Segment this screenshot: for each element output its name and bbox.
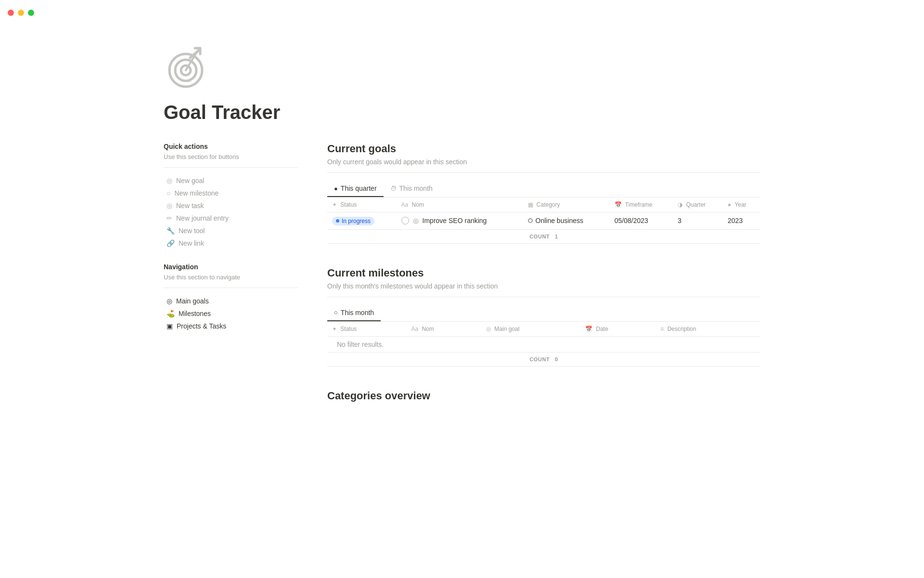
year-col-icon: ● — [728, 201, 731, 208]
main-goals-label: Main goals — [176, 297, 209, 305]
minimize-button[interactable] — [18, 10, 24, 16]
ms-desc-col-icon: ≡ — [660, 326, 664, 332]
cell-nom: ◎ Improve SEO ranking — [397, 212, 523, 230]
milestones-label: Milestones — [179, 310, 211, 317]
status-badge: In progress — [332, 217, 374, 225]
count-cell-milestones: COUNT 0 — [327, 352, 760, 366]
category-col-label: Category — [537, 201, 560, 208]
new-tool-label: New tool — [179, 227, 205, 235]
quick-action-new-task[interactable]: ◎ New task — [164, 199, 298, 212]
col-year: ● Year — [723, 197, 760, 212]
new-link-label: New link — [179, 239, 204, 247]
count-row-goals: COUNT 1 — [327, 229, 760, 243]
current-goals-title: Current goals — [327, 143, 760, 155]
new-tool-icon: 🔧 — [167, 227, 175, 235]
year-col-label: Year — [734, 201, 746, 208]
current-milestones-divider — [327, 297, 760, 297]
projects-tasks-icon: ▣ — [167, 322, 173, 330]
timeframe-col-label: Timeframe — [625, 201, 653, 208]
new-goal-label: New goal — [176, 177, 204, 184]
content-layout: Quick actions Use this section for butto… — [164, 143, 760, 425]
navigation-title: Navigation — [164, 263, 298, 271]
cell-year: 2023 — [723, 212, 760, 230]
quick-action-new-tool[interactable]: 🔧 New tool — [164, 224, 298, 237]
quarter-col-label: Quarter — [686, 201, 706, 208]
current-milestones-tabs: ○ This month — [327, 305, 760, 321]
nom-page-icon: ◎ — [413, 217, 419, 224]
count-label-goals: COUNT — [529, 234, 550, 239]
ms-col-status: ✦ Status — [327, 321, 407, 336]
navigation-section: Navigation Use this section to navigate … — [164, 263, 298, 332]
current-goals-desc: Only current goals would appear in this … — [327, 158, 760, 166]
timeframe-col-icon: 📅 — [615, 201, 622, 208]
col-status: ✦ Status — [327, 197, 397, 212]
this-quarter-tab-icon: ● — [334, 185, 338, 192]
this-month-tab-label: This month — [399, 184, 433, 192]
ms-col-main-goal: ◎ Main goal — [481, 321, 580, 336]
titlebar — [0, 0, 924, 25]
new-task-icon: ◎ — [167, 202, 172, 210]
category-cell: Online business — [528, 217, 605, 224]
this-month-tab-icon: ⏱ — [390, 185, 397, 192]
quick-action-new-journal-entry[interactable]: ✏ New journal entry — [164, 212, 298, 224]
this-month-milestones-label: This month — [341, 309, 374, 316]
new-milestone-icon: ○ — [167, 189, 170, 197]
col-timeframe: 📅 Timeframe — [610, 197, 673, 212]
sidebar-item-main-goals[interactable]: ◎ Main goals — [164, 295, 298, 307]
nom-cell: ◎ Improve SEO ranking — [401, 217, 518, 224]
nom-col-icon: Aa — [401, 201, 409, 208]
sidebar: Quick actions Use this section for butto… — [164, 143, 298, 332]
current-milestones-title: Current milestones — [327, 267, 760, 279]
page: Goal Tracker Quick actions Use this sect… — [125, 44, 799, 464]
table-row[interactable]: In progress ◎ Improve SEO ranking — [327, 212, 760, 230]
close-button[interactable] — [8, 10, 14, 16]
ms-status-col-icon: ✦ — [332, 326, 337, 332]
no-filter-cell: No filter results. — [327, 336, 760, 352]
current-goals-divider — [327, 172, 760, 173]
ms-status-col-label: Status — [340, 326, 357, 332]
current-milestones-section: Current milestones Only this month's mil… — [327, 267, 760, 367]
tab-this-month-milestones[interactable]: ○ This month — [327, 305, 381, 321]
quick-actions-desc: Use this section for buttons — [164, 153, 298, 160]
ms-desc-col-label: Description — [667, 326, 696, 332]
nom-value: Improve SEO ranking — [423, 217, 487, 224]
sidebar-item-milestones[interactable]: ⛳ Milestones — [164, 307, 298, 320]
new-milestone-label: New milestone — [174, 189, 218, 197]
col-category: ▦ Category — [523, 197, 610, 212]
ms-date-col-label: Date — [596, 326, 608, 332]
navigation-desc: Use this section to navigate — [164, 274, 298, 281]
quick-action-new-link[interactable]: 🔗 New link — [164, 237, 298, 250]
current-goals-tabs: ● This quarter ⏱ This month — [327, 181, 760, 197]
quick-action-new-milestone[interactable]: ○ New milestone — [164, 187, 298, 199]
current-milestones-desc: Only this month's milestones would appea… — [327, 282, 760, 290]
page-title: Goal Tracker — [164, 102, 760, 123]
category-col-icon: ▦ — [528, 201, 533, 208]
maximize-button[interactable] — [28, 10, 34, 16]
categories-overview-title: Categories overview — [327, 390, 760, 402]
new-journal-icon: ✏ — [167, 214, 172, 222]
sidebar-item-projects-tasks[interactable]: ▣ Projects & Tasks — [164, 320, 298, 332]
count-row-milestones: COUNT 0 — [327, 352, 760, 366]
ms-main-goal-col-label: Main goal — [494, 326, 519, 332]
tab-this-quarter[interactable]: ● This quarter — [327, 181, 384, 197]
tab-this-month-goals[interactable]: ⏱ This month — [384, 181, 439, 197]
category-dot-icon — [528, 218, 533, 223]
cell-category: Online business — [523, 212, 610, 230]
this-month-milestones-icon: ○ — [334, 309, 338, 316]
quick-action-new-goal[interactable]: ◎ New goal — [164, 174, 298, 187]
cell-timeframe: 05/08/2023 — [610, 212, 673, 230]
row-check-icon — [401, 217, 409, 224]
count-cell-goals: COUNT 1 — [327, 229, 760, 243]
quick-actions-divider — [164, 167, 298, 168]
col-nom: Aa Nom — [397, 197, 523, 212]
main-goals-icon: ◎ — [167, 297, 172, 305]
current-goals-section: Current goals Only current goals would a… — [327, 143, 760, 244]
new-journal-label: New journal entry — [176, 214, 229, 222]
category-value: Online business — [536, 217, 584, 224]
status-col-label: Status — [340, 201, 357, 208]
cell-status: In progress — [327, 212, 397, 230]
main-content: Current goals Only current goals would a… — [327, 143, 760, 425]
quick-actions-section: Quick actions Use this section for butto… — [164, 143, 298, 250]
status-dot-icon — [336, 219, 339, 223]
ms-col-description: ≡ Description — [655, 321, 760, 336]
